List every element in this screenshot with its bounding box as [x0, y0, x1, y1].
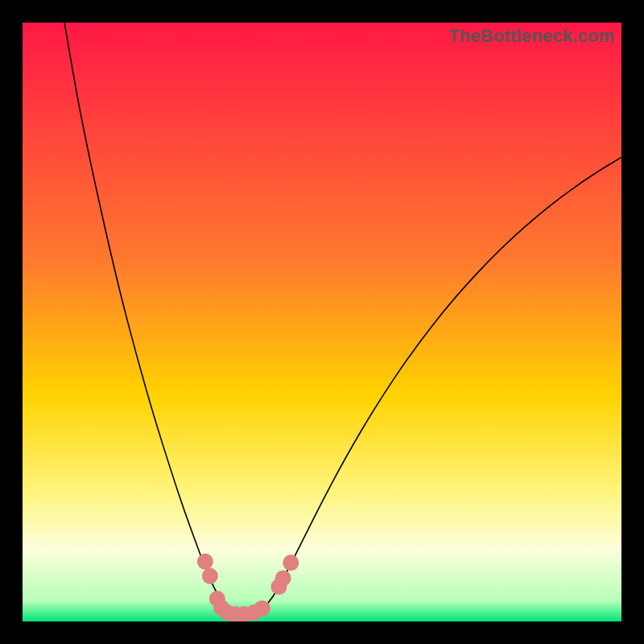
- sample-point: [283, 555, 299, 571]
- sample-point: [254, 601, 270, 617]
- sample-point: [197, 554, 213, 570]
- chart-svg: [23, 23, 621, 621]
- sample-point: [275, 570, 291, 586]
- chart-frame: TheBottleneck.com: [0, 0, 644, 644]
- chart-background: [23, 23, 621, 621]
- chart-plot-area: TheBottleneck.com: [23, 23, 621, 621]
- watermark-label: TheBottleneck.com: [449, 26, 615, 47]
- sample-point: [202, 568, 218, 584]
